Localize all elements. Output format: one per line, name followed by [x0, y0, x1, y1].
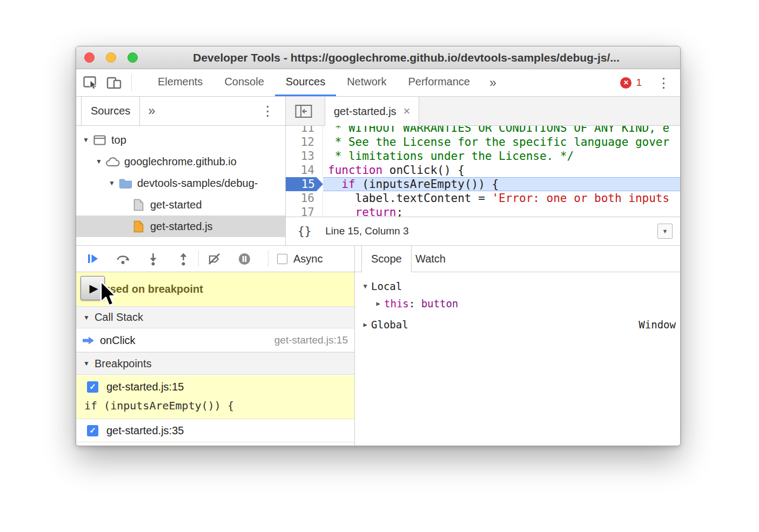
minimize-window-button[interactable]: [106, 52, 116, 63]
tab-scope[interactable]: Scope: [361, 246, 412, 272]
toolbar-divider: [131, 74, 132, 91]
tab-console[interactable]: Console: [213, 69, 274, 96]
breakpoint-entry[interactable]: ✓get-started.js:35: [76, 419, 354, 442]
tab-network[interactable]: Network: [336, 69, 397, 96]
frame-function-name: onClick: [100, 334, 136, 347]
expand-triangle-icon[interactable]: ▼: [79, 136, 92, 144]
line-number[interactable]: 16: [286, 191, 323, 205]
scope-variable-value: button: [421, 298, 459, 309]
scope-entry-local[interactable]: ▼Local: [355, 278, 681, 294]
call-stack-frame[interactable]: onClickget-started.js:15: [76, 329, 354, 352]
tab-performance[interactable]: Performance: [398, 69, 481, 96]
editor-tab-get-started-js[interactable]: get-started.js ×: [325, 97, 419, 126]
tab-sources-navigator[interactable]: Sources: [81, 97, 140, 125]
expand-triangle-icon[interactable]: ▶: [372, 300, 384, 307]
line-number[interactable]: 11: [286, 126, 323, 135]
editor-tab-label: get-started.js: [334, 105, 397, 118]
code-token: [328, 206, 355, 217]
debugger-toolbar: Async: [76, 246, 354, 272]
expand-triangle-icon[interactable]: ▶: [359, 321, 371, 328]
navigator-menu-icon[interactable]: ⋮: [261, 103, 285, 119]
pretty-print-icon[interactable]: {}: [298, 225, 311, 238]
code-text: * See the License for the specific langu…: [323, 135, 680, 149]
line-number[interactable]: 15: [286, 177, 323, 191]
folder-icon: [118, 177, 133, 190]
expand-panel-icon[interactable]: ▼: [657, 224, 673, 239]
code-text: * limitations under the License. */: [323, 149, 680, 163]
error-count: 1: [636, 77, 642, 89]
scope-variable-name: Global: [371, 319, 408, 331]
current-frame-arrow-icon: [82, 335, 95, 346]
collapse-triangle-icon[interactable]: ▼: [83, 314, 90, 321]
toolbar-divider: [268, 251, 268, 267]
close-tab-icon[interactable]: ×: [404, 105, 411, 117]
scope-entry-this[interactable]: ▶this: button: [355, 295, 681, 312]
step-over-icon[interactable]: [112, 248, 133, 270]
scope-variable-name: Local: [371, 280, 402, 292]
device-toolbar-icon[interactable]: [104, 73, 124, 92]
breakpoints-header[interactable]: ▼ Breakpoints: [76, 352, 354, 375]
step-out-icon[interactable]: [172, 248, 194, 270]
tab-watch[interactable]: Watch: [415, 246, 446, 272]
breakpoints-list: ✓get-started.js:15if (inputsAreEmpty()) …: [76, 375, 354, 446]
inspect-element-icon[interactable]: [80, 73, 100, 92]
code-lines: 11 * WITHOUT WARRANTIES OR CONDITIONS OF…: [286, 126, 680, 217]
code-token: * limitations under the License. */: [328, 150, 574, 163]
tree-item-googlechrome-github-io[interactable]: ▼googlechrome.github.io: [76, 151, 285, 172]
tree-item-label: top: [111, 134, 126, 146]
expand-triangle-icon[interactable]: ▼: [92, 158, 105, 165]
code-line-13: 13 * limitations under the License. */: [286, 149, 680, 163]
error-icon: ✕: [620, 77, 632, 89]
async-label: Async: [293, 253, 323, 265]
tab-sources[interactable]: Sources: [275, 69, 336, 96]
devtools-menu-icon[interactable]: ⋮: [642, 75, 680, 91]
tree-item-devtools-samples-debug-[interactable]: ▼devtools-samples/debug-: [76, 172, 285, 194]
code-text: if (inputsAreEmpty()) {: [323, 177, 680, 191]
resume-script-icon[interactable]: [82, 248, 103, 270]
panel-tabs: ElementsConsoleSourcesNetworkPerformance: [147, 69, 481, 96]
tree-item-get-started-js[interactable]: get-started.js: [76, 216, 285, 237]
pause-on-exceptions-icon[interactable]: [233, 248, 255, 270]
navigator-more-tabs-chevron-icon[interactable]: »: [148, 104, 155, 118]
code-token: [328, 178, 341, 191]
frame-location: get-started.js:15: [274, 334, 348, 346]
tab-elements[interactable]: Elements: [147, 69, 213, 96]
code-token: (inputsAreEmpty()) {: [355, 178, 499, 191]
async-checkbox[interactable]: [277, 254, 287, 264]
breakpoint-checkbox[interactable]: ✓: [87, 381, 98, 393]
scope-variable-value: Window: [639, 319, 676, 331]
scope-tabbar: Scope Watch: [355, 246, 681, 272]
scope-entry-global[interactable]: ▶GlobalWindow: [355, 316, 681, 333]
paused-message-bar: Paused on breakpoint ▶: [76, 272, 354, 306]
error-badge[interactable]: ✕ 1: [620, 77, 642, 89]
more-panels-chevron-icon[interactable]: »: [481, 76, 505, 90]
tree-item-get-started[interactable]: get-started: [76, 194, 285, 216]
code-editor[interactable]: 11 * WITHOUT WARRANTIES OR CONDITIONS OF…: [286, 126, 680, 217]
line-number[interactable]: 14: [286, 163, 323, 177]
deactivate-breakpoints-icon[interactable]: [203, 248, 225, 270]
code-token: ;: [396, 206, 403, 217]
code-token: label.textContent =: [328, 192, 492, 205]
code-text: * WITHOUT WARRANTIES OR CONDITIONS OF AN…: [323, 126, 680, 135]
expand-triangle-icon[interactable]: ▼: [359, 282, 371, 290]
hide-navigator-icon[interactable]: [293, 102, 314, 120]
close-window-button[interactable]: [84, 52, 95, 63]
breakpoint-checkbox[interactable]: ✓: [87, 425, 98, 436]
breakpoint-entry[interactable]: ✓get-started.js:15if (inputsAreEmpty()) …: [76, 375, 354, 419]
breakpoint-location: get-started.js:35: [106, 425, 184, 437]
tree-item-top[interactable]: ▼top: [76, 129, 285, 151]
tree-item-label: googlechrome.github.io: [124, 156, 237, 168]
line-number[interactable]: 17: [286, 205, 323, 217]
line-number[interactable]: 12: [286, 135, 323, 149]
zoom-window-button[interactable]: [127, 52, 138, 63]
call-stack-header[interactable]: ▼ Call Stack: [76, 306, 354, 328]
line-number[interactable]: 13: [286, 149, 323, 163]
collapse-triangle-icon[interactable]: ▼: [83, 360, 90, 367]
breakpoint-location: get-started.js:15: [106, 381, 184, 393]
call-stack-list: onClickget-started.js:15: [76, 329, 354, 352]
code-token: onClick() {: [382, 164, 465, 177]
expand-triangle-icon[interactable]: ▼: [105, 179, 118, 187]
breakpoint-title-row: ✓get-started.js:35: [76, 419, 354, 442]
step-into-icon[interactable]: [142, 248, 164, 270]
tree-item-label: devtools-samples/debug-: [137, 177, 258, 190]
